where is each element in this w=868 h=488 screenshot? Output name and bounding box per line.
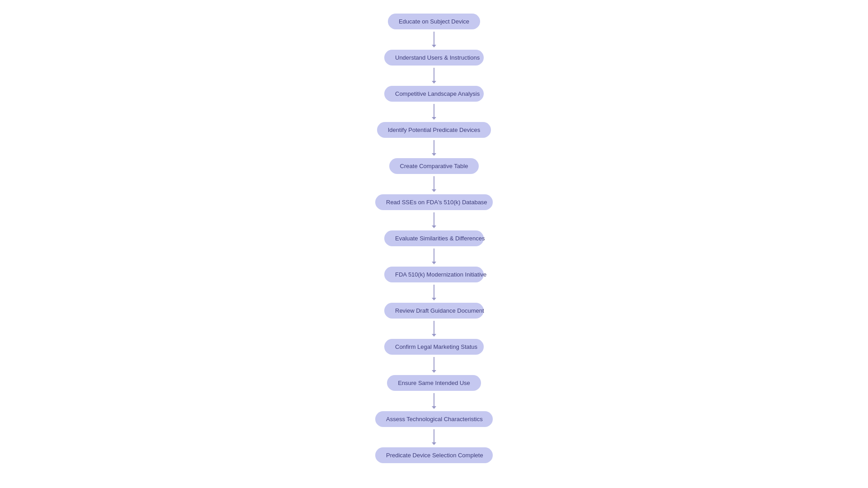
connector-5	[432, 174, 436, 194]
connector-arrow	[432, 442, 436, 445]
connector-line	[434, 32, 434, 45]
connector-line	[434, 429, 434, 443]
connector-7	[432, 246, 436, 267]
connector-line	[434, 393, 434, 407]
connector-3	[432, 102, 436, 122]
connector-arrow	[432, 117, 436, 120]
connector-line	[434, 212, 434, 226]
connector-arrow	[432, 262, 436, 264]
connector-arrow	[432, 370, 436, 373]
connector-line	[434, 140, 434, 154]
connector-arrow	[432, 189, 436, 192]
connector-2	[432, 66, 436, 86]
node-5[interactable]: Create Comparative Table	[389, 158, 479, 174]
connector-arrow	[432, 406, 436, 409]
node-3[interactable]: Competitive Landscape Analysis	[384, 86, 484, 102]
node-10[interactable]: Confirm Legal Marketing Status	[384, 339, 484, 355]
node-1[interactable]: Educate on Subject Device	[388, 14, 480, 29]
connector-line	[434, 285, 434, 298]
connector-line	[434, 176, 434, 190]
connector-arrow	[432, 153, 436, 156]
node-13[interactable]: Predicate Device Selection Complete	[375, 447, 493, 463]
node-12[interactable]: Assess Technological Characteristics	[375, 411, 493, 427]
node-11[interactable]: Ensure Same Intended Use	[387, 375, 481, 391]
connector-arrow	[432, 298, 436, 300]
connector-12	[432, 427, 436, 447]
node-6[interactable]: Read SSEs on FDA's 510(k) Database	[375, 194, 493, 210]
node-7[interactable]: Evaluate Similarities & Differences	[384, 230, 484, 246]
connector-line	[434, 249, 434, 262]
connector-arrow	[432, 81, 436, 84]
connector-arrow	[432, 225, 436, 228]
connector-9	[432, 319, 436, 339]
connector-6	[432, 210, 436, 230]
connector-line	[434, 68, 434, 81]
connector-arrow	[432, 334, 436, 337]
flowchart: Educate on Subject DeviceUnderstand User…	[375, 9, 493, 468]
connector-10	[432, 355, 436, 375]
connector-8	[432, 282, 436, 303]
connector-11	[432, 391, 436, 411]
connector-line	[434, 357, 434, 371]
connector-line	[434, 104, 434, 117]
connector-1	[432, 29, 436, 50]
connector-line	[434, 321, 434, 334]
node-4[interactable]: Identify Potential Predicate Devices	[377, 122, 491, 138]
node-8[interactable]: FDA 510(k) Modernization Initiative	[384, 267, 484, 282]
connector-4	[432, 138, 436, 158]
connector-arrow	[432, 45, 436, 47]
node-9[interactable]: Review Draft Guidance Document	[384, 303, 484, 319]
node-2[interactable]: Understand Users & Instructions	[384, 50, 484, 66]
